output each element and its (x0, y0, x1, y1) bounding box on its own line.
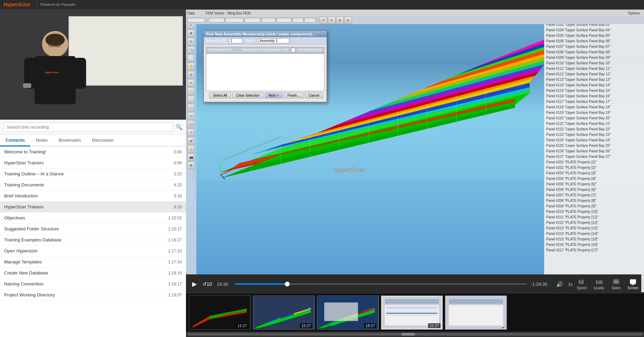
progress-bar[interactable] (235, 283, 527, 285)
play-button[interactable]: ▶ (191, 280, 198, 289)
icons-btn[interactable]: ⬡ Icons (261, 18, 276, 23)
prop-item: Panel #119 "Upper Surface Panel Bay 19" (546, 110, 643, 116)
finish-btn[interactable]: Finish... (284, 93, 303, 98)
list-item[interactable]: Create New Database 1:18:14 (0, 268, 186, 279)
rewind-10-button[interactable]: ↺10 (202, 281, 213, 287)
list-item[interactable]: 110 - Upper Surface Panel Bay 10 (206, 54, 324, 58)
svg-rect-8 (23, 84, 31, 88)
content-list: Welcome to Training! 0:00 HyperSizer Tra… (0, 146, 186, 337)
svg-rect-90 (386, 315, 438, 316)
tab-contents[interactable]: Contents (0, 135, 30, 146)
menu-options[interactable]: Options (628, 11, 640, 15)
speed-display[interactable]: 1x (568, 282, 573, 287)
menu-data[interactable]: Data (187, 11, 195, 15)
list-item-active[interactable]: HyperSizer Trainers 9:16 (0, 202, 186, 213)
select-btn[interactable]: ✓ Select (209, 18, 225, 23)
toolbar-icon-1[interactable]: ↺ (320, 17, 327, 24)
toolbar-icon-3[interactable]: ⊕ (336, 17, 344, 24)
scroll-track[interactable] (187, 333, 643, 336)
list-item[interactable]: 116 - Upper Surface Panel Bay 16 (206, 80, 324, 85)
list-item[interactable]: Open Hypersizer 1:17:13 (0, 246, 186, 257)
scroll-handle[interactable] (401, 333, 415, 336)
svg-rect-93 (449, 299, 503, 304)
tab-notes[interactable]: Notes (30, 135, 53, 146)
screen-control[interactable]: Screen (627, 279, 638, 290)
list-item[interactable]: Training Outline – At a Glance 2:23 (0, 168, 186, 180)
list-item[interactable]: 114 - Upper Surface Panel Bay 14 (206, 72, 324, 76)
full-model-btn[interactable]: Full Model (187, 18, 205, 23)
prop-item: Panel #208 "PLATE Property [8]" (546, 198, 643, 204)
prop-item: Panel #213 "PLATE Property [13]" (546, 226, 643, 231)
list-item[interactable]: Manage Templates 1:17:14 (0, 257, 186, 268)
assembly-name-input[interactable] (258, 38, 289, 43)
thumbnail-3[interactable]: 18:27 (317, 295, 379, 330)
svg-rect-57 (598, 281, 599, 284)
menu-item2[interactable]: FEM Viewer - Wing Box FEM (206, 11, 250, 15)
list-item[interactable]: Brief Introduction 5:16 (0, 191, 186, 202)
volume-button[interactable]: 🔊 (555, 280, 564, 288)
unassigned-checkbox[interactable] (291, 48, 295, 52)
toolbar-icon-2[interactable]: ↻ (328, 17, 335, 24)
tab-discussion[interactable]: Discussion (86, 135, 119, 146)
list-item[interactable]: HyperSizer Trainers 0:09 (0, 157, 186, 168)
prop-item: Panel #211 "PLATE Property [11]" (546, 215, 643, 220)
dialog-title: Pick New Assembly Membership (click / sw… (204, 31, 326, 37)
property-list: Panel #101 "Upper Surface Panel Bay 01" … (544, 10, 644, 274)
list-item[interactable]: Training Documents 4:23 (0, 180, 186, 191)
list-item[interactable]: 117 - Upper Surface Panel Bay 12 (206, 63, 324, 67)
component-list-label: Component List (208, 48, 242, 52)
quality-control[interactable]: Quality (594, 279, 604, 290)
list-item[interactable]: 115 - Upper Surface Panel Bay 15 (206, 76, 324, 80)
list-item[interactable]: Suggested Folder Structure 1:15:17 (0, 224, 186, 235)
bottom-scrollbar[interactable] (186, 331, 644, 337)
dialog-list-header: Component List Unassigned Components Onl… (206, 47, 324, 53)
list-item[interactable]: Naming Convention 1:18:17 (0, 279, 186, 290)
thumb-time-3: 18:27 (364, 323, 376, 328)
list-item[interactable]: Welcome to Training! 0:00 (0, 146, 186, 157)
toolbar-icons: ↺ ↻ ⊕ ⊖ (320, 17, 352, 24)
thumbnail-4[interactable]: 21:27 (381, 295, 443, 330)
svg-text:HyperSizer: HyperSizer (3, 1, 31, 7)
list-item[interactable]: Training Examples Database 1:16:27 (0, 235, 186, 246)
list-btn[interactable]: ≡ List (292, 18, 303, 23)
speed-control[interactable]: Speed (577, 279, 587, 290)
clear-selection-btn[interactable]: Clear Selection (232, 93, 263, 98)
list-item[interactable]: 118 - Upper Surface Panel Bay 13 (206, 67, 324, 72)
quality-label: Quality (594, 286, 604, 290)
prop-item: Panel #202 "PLATE Property [2]" (546, 165, 643, 171)
prop-item: Panel #113 "Upper Surface Panel Bay 13" (546, 77, 643, 83)
slides-control[interactable]: Slides (611, 279, 621, 290)
prop-item: Panel #104 "Upper Surface Panel Bay 04" (546, 28, 643, 33)
powered-by: Powered by Panopto (37, 2, 75, 7)
labels-btn[interactable]: A Labels (277, 18, 292, 23)
toolbar-icon-4[interactable]: ⊖ (344, 17, 352, 24)
assembly-dialog: Pick New Assembly Membership (click / sw… (203, 30, 327, 102)
assembly-id-input[interactable] (229, 38, 243, 43)
prop-item: Panel #127 "Upper Surface Panel Bay 27" (546, 154, 643, 160)
component-list[interactable]: 110 - Upper Surface Panel Bay 10 111 - U… (206, 53, 324, 91)
progress-thumb[interactable] (285, 282, 290, 286)
thumbnail-5[interactable] (445, 295, 507, 330)
thumbnail-2[interactable]: 15:27 (253, 295, 315, 330)
list-item[interactable]: Objectives 1:15:02 (0, 213, 186, 224)
next-btn[interactable]: Next > (265, 93, 282, 98)
list-item[interactable]: 111 - Upper Surface Panel Bay 11 (206, 58, 324, 63)
topbar: HyperSizer Powered by Panopto (0, 0, 644, 10)
list-item[interactable]: 118 - Upper Surface Panel Bay 17 (206, 85, 324, 89)
select-all-btn[interactable]: Select All (209, 93, 231, 98)
list-item[interactable]: Project Working Directory 1:19:07 (0, 290, 186, 301)
prop-item: Panel #121 "Upper Surface Panel Bay 21" (546, 121, 643, 127)
sidebar: HyperSizer 🔍 Contents Notes Bookmarks Di… (0, 10, 186, 337)
prop-item: Panel #125 "Lower Surface Panel Bay 25" (546, 143, 643, 149)
search-icon[interactable]: 🔍 (176, 124, 183, 130)
remove-btn[interactable]: ✗ Remove (225, 18, 244, 23)
text-btn[interactable]: T Text (304, 18, 316, 23)
toggle-btn[interactable]: ⇄ Toggle (245, 18, 261, 23)
slides-label: Slides (611, 286, 621, 290)
cancel-btn[interactable]: Cancel (305, 93, 323, 98)
tab-bookmarks[interactable]: Bookmarks (53, 135, 86, 146)
presenter-frame: HyperSizer (0, 10, 186, 120)
search-input[interactable] (3, 122, 173, 132)
thumbnail-1[interactable]: 12:27 (189, 295, 251, 330)
progress-fill (235, 283, 288, 285)
